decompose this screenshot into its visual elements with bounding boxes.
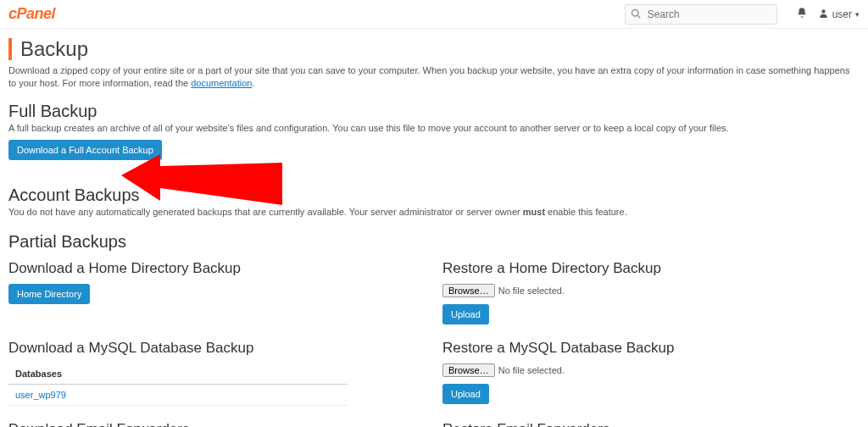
topbar: cPanel user ▾ [0, 0, 868, 29]
home-restore-heading: Restore a Home Directory Backup [442, 260, 860, 277]
account-backups-heading: Account Backups [8, 186, 860, 205]
browse-button[interactable]: Browse… [442, 363, 495, 377]
download-full-backup-button[interactable]: Download a Full Account Backup [8, 140, 162, 160]
title-accent-bar [8, 38, 12, 60]
full-backup-heading: Full Backup [8, 102, 860, 121]
home-restore-file-picker: Browse…No file selected. [442, 284, 860, 297]
mysql-restore-heading: Restore a MySQL Database Backup [442, 340, 860, 357]
mysql-restore-file-picker: Browse…No file selected. [442, 363, 860, 377]
email-restore-heading: Restore Email Forwarders [442, 421, 860, 427]
svg-point-0 [632, 9, 638, 16]
svg-point-2 [821, 9, 825, 13]
search-wrap [625, 4, 777, 25]
user-icon [818, 8, 829, 21]
documentation-link[interactable]: documentation [191, 78, 252, 88]
partial-backups-heading: Partial Backups [8, 232, 860, 252]
mysql-dl-heading: Download a MySQL Database Backup [8, 340, 426, 357]
database-link[interactable]: user_wp979 [15, 390, 66, 400]
search-input[interactable] [625, 4, 777, 25]
logo: cPanel [8, 5, 55, 23]
full-backup-desc: A full backup creates an archive of all … [8, 123, 860, 133]
svg-line-1 [637, 15, 640, 18]
home-directory-button[interactable]: Home Directory [8, 284, 90, 304]
table-row: user_wp979 [8, 384, 348, 405]
page-intro: Download a zipped copy of your entire si… [8, 64, 860, 90]
main-content: Backup Download a zipped copy of your en… [0, 29, 868, 427]
search-icon [631, 8, 641, 21]
email-dl-heading: Download Email Forwarders [8, 421, 426, 427]
databases-table: Databases user_wp979 [8, 363, 348, 406]
page-title: Backup [20, 37, 88, 61]
account-backups-desc: You do not have any automatically genera… [8, 207, 860, 217]
logo-text: cPanel [8, 5, 55, 22]
page-title-row: Backup [8, 37, 860, 61]
user-menu[interactable]: user ▾ [818, 8, 860, 21]
chevron-down-icon: ▾ [855, 10, 860, 19]
user-label: user [832, 8, 852, 20]
home-dl-heading: Download a Home Directory Backup [8, 260, 426, 277]
no-file-label: No file selected. [498, 286, 565, 296]
upload-home-button[interactable]: Upload [442, 304, 489, 324]
no-file-label: No file selected. [498, 365, 565, 375]
notifications-icon[interactable] [796, 7, 808, 21]
browse-button[interactable]: Browse… [442, 284, 495, 297]
upload-mysql-button[interactable]: Upload [442, 384, 489, 404]
db-table-header: Databases [8, 363, 348, 385]
